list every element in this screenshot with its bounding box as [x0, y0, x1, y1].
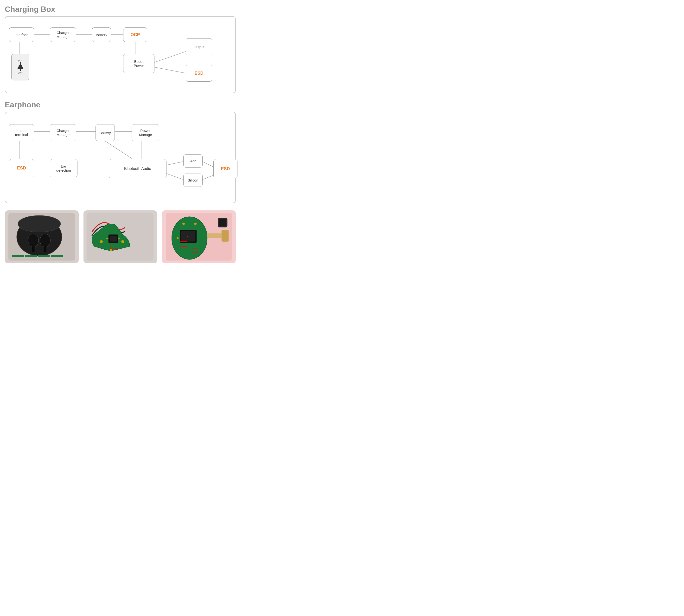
earbuds-image	[5, 211, 79, 263]
esd-left-block: ESD	[9, 159, 34, 177]
svg-line-5	[155, 67, 186, 73]
esd-right-block: ESD	[213, 159, 237, 178]
battery-block: Battery	[92, 27, 111, 42]
earphone-diagram: Inputterminal ESD ChargerManage Eardetec…	[5, 112, 236, 203]
pcb-image	[84, 211, 157, 263]
power-manage-block: PowerManage	[132, 124, 159, 141]
ocp-block: OCP	[123, 27, 147, 42]
svg-rect-32	[38, 255, 50, 257]
input-terminal-block: Inputterminal	[9, 124, 34, 141]
svg-line-21	[203, 161, 214, 168]
earbuds-svg	[8, 213, 75, 261]
svg-line-22	[203, 175, 214, 180]
charging-box-title: Charging Box	[5, 5, 236, 14]
diode-symbol	[17, 62, 24, 72]
svg-rect-31	[25, 255, 37, 257]
circuit-pink-svg: IC	[166, 213, 232, 261]
svg-line-4	[155, 51, 186, 62]
svg-rect-36	[110, 236, 117, 242]
diode-v01-label: V01	[18, 60, 23, 62]
earphone-section: Earphone	[5, 101, 236, 203]
svg-rect-29	[44, 246, 46, 252]
charging-box-diagram: Interface V01 V02 ChargerManage Battery	[5, 16, 236, 93]
svg-point-27	[40, 234, 50, 247]
svg-line-16	[105, 141, 133, 159]
svg-rect-30	[12, 255, 24, 257]
svg-point-55	[194, 223, 197, 225]
svg-point-37	[100, 240, 103, 243]
ant-block: Ant	[183, 154, 203, 168]
diode-block: V01 V02	[11, 54, 29, 81]
svg-point-56	[177, 237, 179, 239]
svg-text:IC: IC	[187, 236, 189, 238]
svg-rect-48	[207, 233, 221, 238]
svg-point-39	[110, 249, 112, 251]
charger-manage-block: ChargerManage	[50, 27, 76, 42]
svg-rect-51	[219, 219, 226, 226]
earphone-title: Earphone	[5, 101, 236, 109]
images-section: IC	[5, 211, 236, 263]
circuit-pink-image: IC	[162, 211, 236, 263]
pcb-svg	[87, 213, 154, 261]
svg-rect-28	[32, 246, 35, 252]
earphone-battery-block: Battery	[95, 124, 115, 141]
output-block: Output	[186, 38, 212, 55]
svg-marker-7	[18, 64, 23, 68]
interface-block: Interface	[9, 27, 34, 42]
boost-power-block: BoostPower	[123, 54, 155, 73]
diode-v02-label: V02	[18, 72, 23, 75]
svg-rect-33	[51, 255, 63, 257]
svg-point-26	[28, 234, 39, 247]
svg-point-54	[182, 223, 185, 225]
svg-line-19	[166, 161, 183, 165]
svg-point-25	[18, 216, 61, 232]
earphone-charger-manage-block: ChargerManage	[50, 124, 76, 141]
charging-box-section: Charging Box Interface V01	[5, 5, 236, 93]
esd-block-charging: ESD	[186, 65, 212, 82]
svg-point-38	[121, 240, 124, 243]
bluetooth-audio-block: Bluetooth Audio	[109, 159, 166, 178]
ear-detection-block: Eardetection	[50, 159, 77, 177]
svg-rect-49	[221, 229, 229, 241]
silicon-block: Silicon	[183, 174, 203, 187]
svg-line-20	[166, 174, 183, 180]
